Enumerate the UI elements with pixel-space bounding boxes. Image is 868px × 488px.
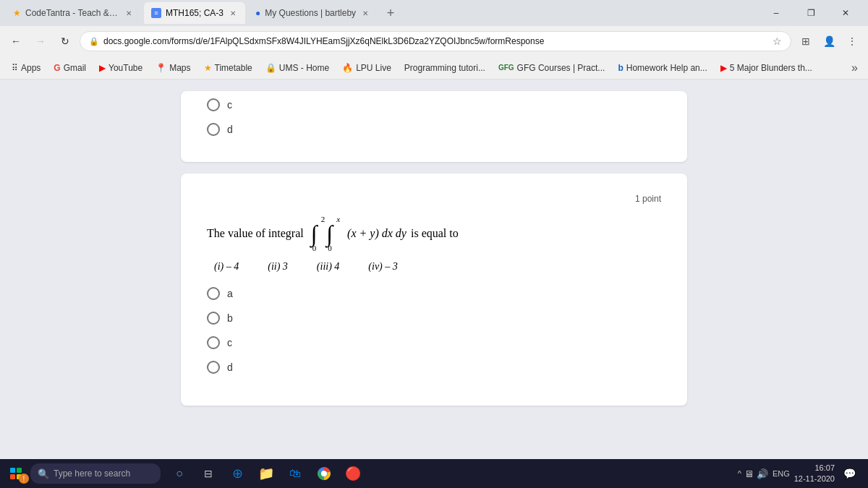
radio-label-d: d — [227, 361, 233, 373]
bookmark-lpu[interactable]: 🔥 LPU Live — [336, 61, 397, 75]
inner-integral-symbol: ∫ — [326, 223, 333, 244]
radio-label-c-prev: c — [227, 99, 232, 111]
url-bar[interactable]: 🔒 docs.google.com/forms/d/e/1FAlpQLSdxmS… — [80, 31, 791, 51]
lpu-icon: 🔥 — [342, 63, 353, 73]
bookmark-star-icon[interactable]: ☆ — [773, 35, 782, 47]
radio-option-c-prev[interactable]: c — [207, 98, 661, 111]
bookmark-gmail-label: Gmail — [64, 63, 86, 73]
question-card: 1 point The value of integral 2 ∫ 0 x ∫ — [181, 174, 687, 406]
taskbar-right: ^ 🖥 🔊 ENG 16:07 12-11-2020 💬 — [738, 463, 865, 485]
volume-icon[interactable]: 🔊 — [757, 468, 768, 479]
tab-codetantra-close[interactable]: ✕ — [124, 8, 134, 18]
bookmarks-more-button[interactable]: » — [847, 59, 862, 77]
tab-mth165-close[interactable]: ✕ — [228, 8, 238, 18]
option-i: (i) – 4 — [214, 261, 239, 273]
tab-codetantra[interactable]: ★ CodeTantra - Teach & Learn Any ✕ — [6, 2, 141, 24]
bookmark-maps-label: Maps — [169, 63, 190, 73]
forward-button[interactable]: → — [30, 31, 51, 51]
option-iii: (iii) 4 — [317, 261, 340, 273]
taskbar-taskview-icon[interactable]: ⊟ — [195, 461, 221, 487]
tab-bartleby[interactable]: ● My Questions | bartleby ✕ — [248, 2, 378, 24]
apps-grid-icon: ⠿ — [12, 63, 18, 73]
bookmark-ums-label: UMS - Home — [279, 63, 329, 73]
taskbar: ! 🔍 Type here to search ○ ⊟ ⊕ 📁 🛍 🔴 ^ 🖥 … — [0, 459, 868, 488]
bookmark-timetable[interactable]: ★ Timetable — [198, 61, 258, 75]
integrand-text: (x + y) dx dy — [347, 227, 407, 240]
bookmark-programming-label: Programming tutori... — [404, 63, 485, 73]
radio-option-a[interactable]: a — [207, 287, 661, 300]
inner-upper-limit: x — [336, 215, 340, 223]
warning-badge: ! — [19, 474, 29, 484]
notification-button[interactable]: 💬 — [839, 463, 859, 484]
options-row: (i) – 4 (ii) 3 (iii) 4 (iv) – 3 — [207, 261, 661, 273]
radio-option-d-prev[interactable]: d — [207, 123, 661, 136]
option-iv: (iv) – 3 — [368, 261, 397, 273]
taskbar-cortana-icon[interactable]: ○ — [166, 461, 192, 487]
radio-label-b: b — [227, 312, 233, 324]
gmail-icon: G — [54, 63, 60, 73]
bookmark-blunders[interactable]: ▶ 5 Major Blunders th... — [715, 61, 818, 75]
taskbar-center: ○ ⊟ ⊕ 📁 🛍 🔴 — [166, 461, 366, 487]
taskbar-search-text: Type here to search — [54, 468, 130, 479]
taskbar-chrome-icon[interactable] — [311, 461, 337, 487]
search-icon: 🔍 — [38, 468, 49, 479]
new-tab-button[interactable]: + — [380, 3, 401, 23]
close-button[interactable]: ✕ — [829, 2, 862, 24]
tab-mth165[interactable]: ≡ MTH165; CA-3 ✕ — [144, 2, 245, 24]
bookmark-gfg-label: GFG Courses | Pract... — [517, 63, 605, 73]
outer-integral: 2 ∫ 0 — [311, 215, 326, 252]
question-intro-text: The value of integral — [207, 227, 304, 240]
back-button[interactable]: ← — [6, 31, 26, 51]
radio-option-c[interactable]: c — [207, 336, 661, 349]
window-controls: – ❐ ✕ — [760, 2, 862, 24]
tab-bartleby-close[interactable]: ✕ — [360, 8, 370, 18]
title-bar: ★ CodeTantra - Teach & Learn Any ✕ ≡ MTH… — [0, 0, 868, 26]
chevron-up-icon[interactable]: ^ — [738, 469, 741, 478]
profile-button[interactable]: 👤 — [819, 31, 839, 51]
taskbar-files-icon[interactable]: 📁 — [253, 461, 279, 487]
bookmark-homework[interactable]: b Homework Help an... — [612, 61, 712, 75]
outer-integral-symbol: ∫ — [311, 223, 318, 244]
maximize-button[interactable]: ❐ — [794, 2, 827, 24]
bookmark-blunders-label: 5 Major Blunders th... — [730, 63, 812, 73]
clock-time: 16:07 — [794, 463, 835, 474]
taskbar-edge-icon[interactable]: ⊕ — [224, 461, 250, 487]
bookmark-youtube-label: YouTube — [109, 63, 142, 73]
radio-circle-a — [207, 287, 220, 300]
maps-icon: 📍 — [156, 63, 166, 73]
tab-codetantra-icon: ★ — [13, 8, 21, 18]
bookmark-youtube[interactable]: ▶ YouTube — [93, 61, 148, 75]
extensions-button[interactable]: ⊞ — [796, 31, 816, 51]
refresh-button[interactable]: ↻ — [55, 31, 75, 51]
bookmark-apps[interactable]: ⠿ Apps — [6, 61, 46, 75]
taskbar-app6-icon[interactable]: 🔴 — [340, 461, 366, 487]
bookmark-programming[interactable]: Programming tutori... — [399, 61, 491, 75]
bookmark-maps[interactable]: 📍 Maps — [150, 61, 196, 75]
taskbar-search-bar[interactable]: 🔍 Type here to search — [30, 463, 161, 484]
bookmark-ums[interactable]: 🔒 UMS - Home — [260, 61, 335, 75]
radio-option-b[interactable]: b — [207, 312, 661, 325]
minimize-button[interactable]: – — [760, 2, 793, 24]
radio-option-d[interactable]: d — [207, 361, 661, 374]
bookmark-homework-label: Homework Help an... — [626, 63, 707, 73]
bookmark-timetable-label: Timetable — [215, 63, 252, 73]
gfg-icon: GFG — [498, 64, 514, 72]
lock-icon: 🔒 — [89, 37, 99, 46]
taskbar-clock: 16:07 12-11-2020 — [794, 463, 835, 485]
more-button[interactable]: ⋮ — [842, 31, 862, 51]
math-question-line: The value of integral 2 ∫ 0 x ∫ 0 — [207, 215, 661, 252]
bookmark-gfg[interactable]: GFG GFG Courses | Pract... — [493, 61, 610, 75]
radio-circle-d-prev — [207, 123, 220, 136]
timetable-icon: ★ — [204, 63, 212, 73]
youtube-icon: ▶ — [99, 63, 106, 73]
point-label: 1 point — [207, 194, 661, 204]
bookmark-gmail[interactable]: G Gmail — [48, 61, 92, 75]
inner-integral: x ∫ 0 — [326, 215, 340, 252]
url-bar-actions: ⊞ 👤 ⋮ — [796, 31, 862, 51]
bookmark-lpu-label: LPU Live — [356, 63, 391, 73]
taskbar-start-area: ! — [3, 461, 29, 487]
network-icon: 🖥 — [744, 468, 754, 479]
tab-bartleby-label: My Questions | bartleby — [265, 8, 356, 18]
bookmark-apps-label: Apps — [21, 63, 41, 73]
taskbar-store-icon[interactable]: 🛍 — [282, 461, 308, 487]
